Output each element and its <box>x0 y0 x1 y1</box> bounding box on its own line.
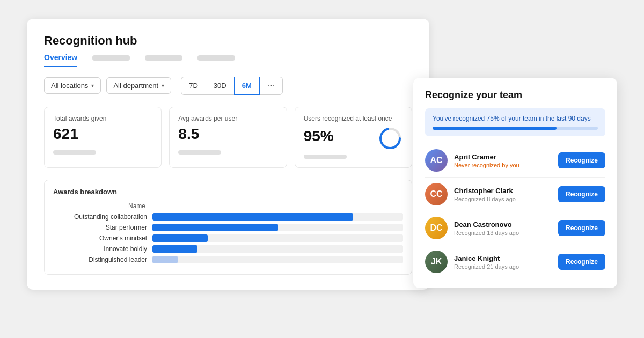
person-info: April Cramer Never recognized by you <box>454 153 552 168</box>
stat-total-label: Total awards given <box>53 115 152 122</box>
tab-2[interactable] <box>92 53 130 67</box>
time-more-button[interactable]: ··· <box>260 77 283 95</box>
time-7d-button[interactable]: 7D <box>181 77 206 95</box>
main-card: Recognition hub Overview All locations ▾… <box>27 19 429 290</box>
award-name: Distinguished leader <box>53 256 147 263</box>
award-name: Owner's mindset <box>53 234 147 242</box>
bar-fill <box>152 245 197 253</box>
person-status: Recognized 8 days ago <box>454 196 552 202</box>
recognize-button-janice[interactable]: Recognize <box>558 254 605 270</box>
award-row: Owner's mindset <box>53 234 403 242</box>
stat-avg-awards: Avg awards per user 8.5 <box>169 107 287 168</box>
bar-fill <box>152 224 278 231</box>
award-row: Innovate boldly <box>53 245 403 253</box>
time-30d-button[interactable]: 30D <box>206 77 234 95</box>
bar-track <box>152 245 403 253</box>
location-label: All locations <box>51 82 88 90</box>
awards-rows: Outstanding collaboration Star performer… <box>53 213 403 263</box>
bar-fill <box>152 256 178 263</box>
recognize-button-christopher[interactable]: Recognize <box>558 186 605 202</box>
award-name: Innovate boldly <box>53 245 147 253</box>
time-6m-button[interactable]: 6M <box>234 77 260 95</box>
progress-fill <box>433 127 557 130</box>
person-info: Dean Castronovo Recognized 13 days ago <box>454 221 552 236</box>
bar-fill <box>152 213 353 221</box>
recognize-button-dean[interactable]: Recognize <box>558 220 605 236</box>
stat-total-footer <box>53 150 96 155</box>
tab-bar: Overview <box>44 53 412 67</box>
stat-avg-label: Avg awards per user <box>178 115 277 122</box>
award-name: Star performer <box>53 224 147 231</box>
recognize-button-april[interactable]: Recognize <box>558 152 605 168</box>
progress-track <box>433 127 598 130</box>
stat-users-value: 95% <box>304 128 334 145</box>
stat-users-label: Users recognized at least once <box>304 115 403 122</box>
bar-track <box>152 224 403 231</box>
side-card: Recognize your team You've recognized 75… <box>413 78 617 288</box>
stat-total-awards: Total awards given 621 <box>44 107 162 168</box>
award-row: Star performer <box>53 224 403 231</box>
stat-users-footer <box>304 155 347 159</box>
person-status: Never recognized by you <box>454 162 552 168</box>
awards-column-header: Name <box>53 202 403 210</box>
avatar: AC <box>425 149 448 172</box>
person-name: Janice Knight <box>454 254 552 262</box>
avatar: DC <box>425 217 448 239</box>
tab-overview[interactable]: Overview <box>44 53 77 67</box>
tab-3[interactable] <box>145 53 182 67</box>
chevron-down-icon: ▾ <box>91 83 94 89</box>
person-row-dean: DC Dean Castronovo Recognized 13 days ag… <box>425 211 605 245</box>
award-row: Outstanding collaboration <box>53 213 403 221</box>
awards-breakdown-section: Awards breakdown Name Outstanding collab… <box>44 180 412 275</box>
chevron-down-icon: ▾ <box>162 83 164 89</box>
bar-track <box>152 256 403 263</box>
stat-total-value: 621 <box>53 126 152 143</box>
person-info: Janice Knight Recognized 21 days ago <box>454 254 552 270</box>
person-row-janice: JK Janice Knight Recognized 21 days ago … <box>425 245 605 278</box>
person-name: Christopher Clark <box>454 187 552 195</box>
department-label: All department <box>113 82 158 90</box>
awards-breakdown-title: Awards breakdown <box>53 188 403 196</box>
person-row-april: AC April Cramer Never recognized by you … <box>425 144 605 178</box>
person-name: April Cramer <box>454 153 552 161</box>
person-status: Recognized 13 days ago <box>454 230 552 236</box>
stat-avg-value: 8.5 <box>178 126 277 143</box>
tab-4[interactable] <box>197 53 235 67</box>
person-info: Christopher Clark Recognized 8 days ago <box>454 187 552 202</box>
stat-avg-footer <box>178 150 221 155</box>
bar-fill <box>152 234 208 242</box>
department-dropdown[interactable]: All department ▾ <box>106 77 171 94</box>
side-panel-title: Recognize your team <box>425 90 605 101</box>
award-name: Outstanding collaboration <box>53 213 147 221</box>
bar-track <box>152 213 403 221</box>
recognition-banner: You've recognized 75% of your team in th… <box>425 108 605 136</box>
stat-users-recognized: Users recognized at least once 95% <box>295 107 412 168</box>
person-row-christopher: CC Christopher Clark Recognized 8 days a… <box>425 178 605 211</box>
time-filter-group: 7D 30D 6M ··· <box>181 77 283 95</box>
filters-bar: All locations ▾ All department ▾ 7D 30D … <box>44 77 412 95</box>
person-status: Recognized 21 days ago <box>454 263 552 270</box>
stats-row: Total awards given 621 Avg awards per us… <box>44 107 412 168</box>
avatar: JK <box>425 251 448 273</box>
avatar: CC <box>425 183 448 205</box>
person-name: Dean Castronovo <box>454 221 552 229</box>
bar-track <box>152 234 403 242</box>
page-title: Recognition hub <box>44 34 412 48</box>
donut-chart-icon <box>377 126 403 151</box>
banner-text: You've recognized 75% of your team in th… <box>433 115 598 122</box>
location-dropdown[interactable]: All locations ▾ <box>44 77 101 94</box>
award-row: Distinguished leader <box>53 256 403 263</box>
